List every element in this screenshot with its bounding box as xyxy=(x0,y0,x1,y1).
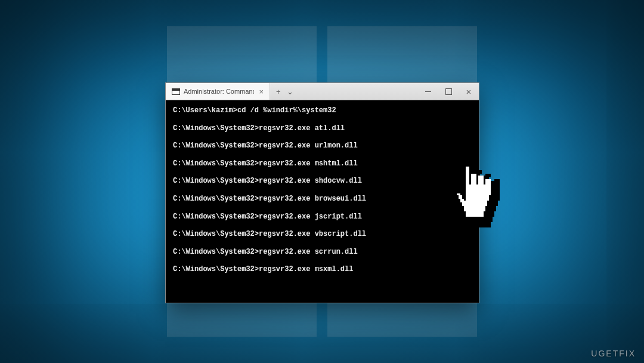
tab-close-button[interactable]: × xyxy=(258,88,265,96)
terminal-line: C:\Windows\System32>regsvr32.exe scrrun.… xyxy=(173,248,472,257)
terminal-body[interactable]: C:\Users\kazim>cd /d %windir%\system32C:… xyxy=(166,100,479,303)
new-tab-button[interactable]: + xyxy=(276,88,281,96)
tab-dropdown-button[interactable]: ⌄ xyxy=(287,88,293,96)
cmd-icon xyxy=(172,88,180,95)
tab-title: Administrator: Command Prom xyxy=(184,88,254,95)
terminal-line: C:\Windows\System32>regsvr32.exe vbscrip… xyxy=(173,230,472,239)
minimize-button[interactable] xyxy=(418,83,438,100)
terminal-line: C:\Windows\System32>regsvr32.exe msxml.d… xyxy=(173,265,472,275)
terminal-line: C:\Windows\System32>regsvr32.exe jscript… xyxy=(173,213,472,222)
window-controls: × xyxy=(418,83,479,100)
terminal-line: C:\Windows\System32>regsvr32.exe urlmon.… xyxy=(173,141,472,151)
tab-controls: + ⌄ xyxy=(270,83,299,100)
close-button[interactable]: × xyxy=(459,83,479,100)
titlebar[interactable]: Administrator: Command Prom × + ⌄ × xyxy=(166,83,479,100)
terminal-line: C:\Windows\System32>regsvr32.exe browseu… xyxy=(173,195,472,204)
watermark: UGETFIX xyxy=(591,349,636,358)
terminal-line: C:\Users\kazim>cd /d %windir%\system32 xyxy=(173,106,472,116)
command-prompt-window: Administrator: Command Prom × + ⌄ × C:\U… xyxy=(165,82,479,303)
terminal-line: C:\Windows\System32>regsvr32.exe atl.dll xyxy=(173,124,472,134)
tab-command-prompt[interactable]: Administrator: Command Prom × xyxy=(166,83,270,100)
terminal-line: C:\Windows\System32>regsvr32.exe mshtml.… xyxy=(173,159,472,169)
maximize-button[interactable] xyxy=(438,83,459,100)
terminal-line: C:\Windows\System32>regsvr32.exe shdocvw… xyxy=(173,177,472,186)
